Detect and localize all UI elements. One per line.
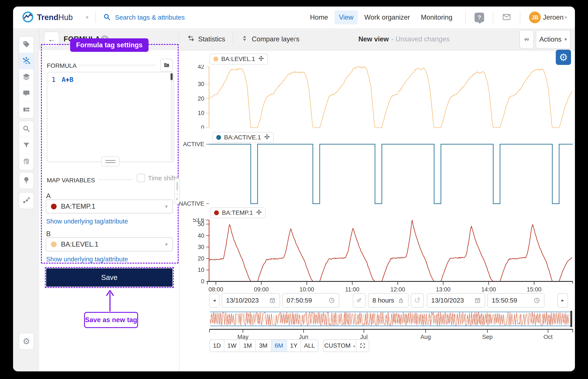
svg-text:20: 20 xyxy=(198,255,204,262)
chart-settings-gear-button[interactable]: ⚙ xyxy=(556,50,571,65)
move-icon[interactable] xyxy=(258,56,264,63)
sidebar-item-settings[interactable]: ⚙ xyxy=(19,333,34,350)
filter-icon xyxy=(22,141,30,150)
search-input[interactable] xyxy=(115,14,237,21)
time-range-buttons: 1D1W1M3M6M1YALL xyxy=(210,339,318,352)
interpolation-button[interactable] xyxy=(353,293,366,308)
splitter-drag-handle[interactable] xyxy=(174,178,180,194)
range-button-1m[interactable]: 1M xyxy=(240,340,256,351)
sidebar-rail: ⚙ xyxy=(13,28,40,371)
date-to-input[interactable]: 13/10/2023 xyxy=(427,293,485,308)
time-to-input[interactable]: 15:50:59 xyxy=(487,293,544,308)
variable-name-B: B xyxy=(46,230,51,238)
back-button[interactable]: ← xyxy=(44,32,59,47)
live-broadcast-button[interactable] xyxy=(519,30,534,49)
folder-button[interactable] xyxy=(160,59,173,71)
compare-layers-label: Compare layers xyxy=(252,35,299,43)
nav-item-view[interactable]: View xyxy=(335,10,358,24)
svg-text:Oct: Oct xyxy=(543,334,553,340)
time-shifts-checkbox[interactable] xyxy=(137,174,145,182)
compare-layers-icon xyxy=(241,35,248,44)
chart-temp[interactable]: 53.650403020100 xyxy=(179,218,575,284)
help-button[interactable]: ? xyxy=(475,13,484,22)
legend-level[interactable]: BA:LEVEL.1 xyxy=(210,54,268,64)
nav-item-home[interactable]: Home xyxy=(306,10,332,24)
sidebar-item-layers[interactable] xyxy=(19,69,33,86)
user-menu[interactable]: JB Jeroen ▾ xyxy=(529,12,567,23)
overview-strip[interactable] xyxy=(210,311,573,327)
svg-text:11:00: 11:00 xyxy=(345,286,359,293)
date-from-input[interactable]: 13/10/2023 xyxy=(222,293,280,308)
range-button-1w[interactable]: 1W xyxy=(224,340,240,351)
svg-text:10: 10 xyxy=(198,267,204,273)
range-button-1y[interactable]: 1Y xyxy=(287,340,301,351)
legend-temp[interactable]: BA:TEMP.1 xyxy=(210,207,266,218)
time-from-value: 07:50:59 xyxy=(287,297,312,304)
sidebar-item-formula[interactable] xyxy=(19,53,33,69)
range-button-1d[interactable]: 1D xyxy=(210,340,224,351)
duration-button[interactable]: 8 hours xyxy=(368,293,409,308)
move-icon[interactable] xyxy=(264,134,270,141)
svg-text:May: May xyxy=(237,334,249,340)
mail-icon[interactable] xyxy=(502,12,511,22)
svg-text:10:00: 10:00 xyxy=(299,286,314,293)
view-name: New view xyxy=(358,35,389,43)
nav-right: HomeViewWork organizerMonitoring ? JB Je… xyxy=(306,7,567,28)
series-name: BA:ACTIVE.1 xyxy=(224,134,261,141)
nav-item-work-organizer[interactable]: Work organizer xyxy=(360,10,415,24)
variable-select-A[interactable]: BA:TEMP.1▾ xyxy=(46,200,173,213)
save-as-new-tag-annotation: Save as new tag xyxy=(84,312,138,328)
sidebar-item-bulb[interactable] xyxy=(19,173,33,189)
sidebar-group xyxy=(19,121,34,170)
legend-active[interactable]: BA:ACTIVE.1 xyxy=(212,132,274,143)
chevron-down-icon: ▾ xyxy=(165,204,168,209)
range-button-6m[interactable]: 6M xyxy=(271,340,287,351)
sidebar-item-comment[interactable] xyxy=(19,86,33,102)
sidebar-item-fingerprint[interactable] xyxy=(19,154,33,170)
show-underlying-link-A[interactable]: Show underlying tag/attribute xyxy=(46,218,128,225)
chart-level[interactable]: 423020100 xyxy=(179,65,575,128)
time-axis: 08:0009:0010:0011:0012:0013:0014:0015:00 xyxy=(179,280,575,294)
custom-range-button[interactable]: CUSTOM ▴ xyxy=(324,340,356,351)
sidebar-item-layout[interactable] xyxy=(19,102,33,118)
pan-left-button[interactable]: ◂ xyxy=(209,293,219,308)
editor-scrollbar[interactable] xyxy=(170,73,173,160)
bulb-icon xyxy=(22,176,30,185)
history-restore-button[interactable]: ↺ xyxy=(411,293,424,308)
navbar: TrendHub ▾ HomeViewWork organizerMonitor… xyxy=(13,7,575,29)
fullscreen-range-button[interactable] xyxy=(356,340,369,351)
sidebar-group xyxy=(19,192,34,209)
sidebar-item-search[interactable] xyxy=(19,121,33,137)
panel-splitter[interactable]: × xyxy=(174,178,180,204)
exchange-arrows-icon xyxy=(187,35,195,44)
sidebar-item-filter[interactable] xyxy=(19,137,33,154)
actions-button[interactable]: Actions ▾ xyxy=(536,30,571,49)
formula-editor[interactable]: 1 A+B xyxy=(47,72,174,162)
compare-layers-button[interactable]: Compare layers xyxy=(241,28,299,50)
svg-text:Sep: Sep xyxy=(482,334,493,340)
layers-icon xyxy=(22,73,30,82)
series-name: BA:LEVEL.1 xyxy=(221,56,255,63)
editor-resize-handle[interactable] xyxy=(101,156,120,166)
range-button-3m[interactable]: 3M xyxy=(256,340,271,351)
chevron-down-icon: ▾ xyxy=(165,241,168,247)
sidebar-item-share[interactable] xyxy=(19,192,33,209)
chart-active[interactable]: ACTIVEINACTIVE xyxy=(179,142,575,207)
brand[interactable]: TrendHub ▾ xyxy=(22,7,88,28)
tag-color-dot xyxy=(51,242,57,247)
show-underlying-link-B[interactable]: Show underlying tag/attribute xyxy=(46,256,128,263)
nav-item-monitoring[interactable]: Monitoring xyxy=(416,10,457,24)
brand-chevron-down-icon[interactable]: ▾ xyxy=(86,14,88,20)
pan-right-button[interactable]: ▸ xyxy=(557,293,568,308)
chevron-up-icon: ▴ xyxy=(353,343,355,348)
variable-select-B[interactable]: BA:LEVEL.1▾ xyxy=(46,237,173,251)
app-window: TrendHub ▾ HomeViewWork organizerMonitor… xyxy=(13,7,575,371)
tag-color-dot xyxy=(51,204,57,209)
statistics-button[interactable]: Statistics xyxy=(187,28,225,50)
time-from-input[interactable]: 07:50:59 xyxy=(282,293,339,308)
tag-value: BA:TEMP.1 xyxy=(61,203,161,210)
sidebar-item-tag[interactable] xyxy=(19,37,33,53)
move-icon[interactable] xyxy=(256,209,262,217)
splitter-collapse-button[interactable]: × xyxy=(174,194,180,204)
range-button-all[interactable]: ALL xyxy=(301,340,318,351)
